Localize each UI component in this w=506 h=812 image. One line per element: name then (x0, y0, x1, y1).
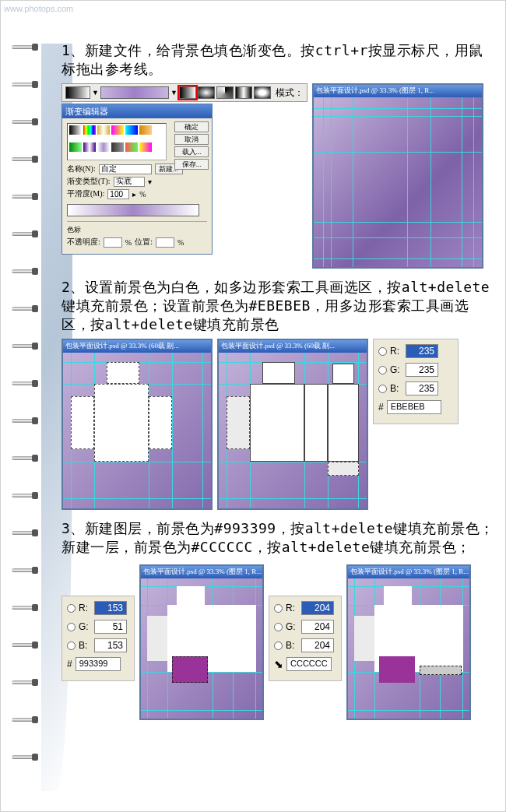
radio-icon[interactable] (67, 604, 76, 613)
psd-title: 包装平面设计.psd @ 33.3% (图层 1, R... (348, 566, 469, 578)
psd-title: 包装平面设计.psd @ 33.3% (图层 1, R... (314, 85, 482, 97)
b-label: B: (79, 640, 91, 651)
step3-row: R:153 G:51 B:153 #993399 包装平面设计.psd @ 33… (61, 564, 494, 720)
gradient-presets[interactable] (67, 123, 167, 160)
psd-canvas (141, 578, 262, 719)
radio-icon[interactable] (67, 623, 76, 631)
dropdown-icon[interactable]: ▾ (148, 178, 152, 186)
g-label: G: (286, 621, 298, 632)
b-value[interactable]: 153 (94, 638, 127, 652)
r-label: R: (286, 603, 298, 613)
step2-text: 2、设置前景色为白色，如多边形套索工具画选区，按alt+delete键填充前景色… (61, 278, 494, 334)
step3-text: 3、新建图层，前景色为#993399，按alt+delete键填充前景色；新建一… (61, 519, 494, 557)
color-panel-993399: R:153 G:51 B:153 #993399 (61, 596, 135, 681)
radio-icon[interactable] (378, 385, 387, 393)
mode-label: 模式： (276, 86, 304, 100)
psd-window: 包装平面设计.psd @ 33.3% (图层 1, R... (346, 564, 471, 720)
ok-button[interactable]: 确定 (174, 121, 209, 132)
psd-canvas (63, 353, 211, 508)
hex-value[interactable]: 993399 (76, 657, 121, 671)
r-label: R: (390, 346, 402, 357)
step2-row: 包装平面设计.psd @ 33.3% (60载 副... 包装平面设计.psd … (61, 339, 494, 510)
r-value[interactable]: 235 (406, 344, 438, 358)
gradient-toolbar[interactable]: ▼ ▼ 模式： (61, 83, 307, 102)
step1-text: 1、新建文件，给背景色填色渐变色。按ctrl+r按显示标尺，用鼠标拖出参考线。 (61, 41, 494, 79)
hex-value[interactable]: EBEBEB (387, 400, 441, 414)
psd-window: 包装平面设计.psd @ 33.3% (图层 1, R... (139, 564, 264, 720)
r-label: R: (79, 603, 91, 613)
psd-title: 包装平面设计.psd @ 33.3% (60载 副... (219, 340, 367, 353)
dialog-title: 渐变编辑器 (62, 104, 212, 118)
percent-label: % (139, 190, 146, 199)
hash-label: # (67, 659, 72, 670)
radio-icon[interactable] (378, 347, 387, 356)
gradient-editor-dialog: 渐变编辑器 确定 取消 载入... 保存... (61, 104, 213, 255)
step1-row: ▼ ▼ 模式： 渐变编辑器 确定 取消 载入... 保存... (61, 83, 494, 269)
color-panel-cccccc: R:204 G:204 B:204 ⬊CCCCCC (269, 596, 342, 681)
opacity-input[interactable] (104, 237, 122, 248)
hash-label: # (378, 402, 384, 413)
gradient-linear-button[interactable] (179, 86, 196, 99)
watermark: www.photops.com (4, 4, 73, 13)
save-button[interactable]: 保存... (174, 159, 209, 170)
name-label: 名称(N): (67, 163, 96, 174)
gradient-slider[interactable] (67, 204, 199, 216)
psd-canvas (314, 97, 482, 267)
radio-icon[interactable] (274, 604, 283, 613)
psd-window: 包装平面设计.psd @ 33.3% (60载 副... (61, 339, 213, 510)
pos-input[interactable] (156, 237, 174, 248)
hex-value[interactable]: CCCCCC (286, 657, 332, 671)
psd-title: 包装平面设计.psd @ 33.3% (60载 副... (63, 340, 211, 353)
g-value[interactable]: 235 (406, 363, 438, 377)
dropdown-icon[interactable]: ▼ (92, 89, 99, 97)
b-value[interactable]: 204 (301, 638, 334, 652)
percent-label: ▸ (132, 190, 136, 199)
color-panel-ebebeb: R:235 G:235 B:235 #EBEBEB (373, 339, 459, 424)
r-value[interactable]: 204 (301, 601, 334, 615)
cancel-button[interactable]: 取消 (174, 134, 209, 145)
stops-label: 色标 (67, 225, 207, 235)
eyedropper-icon[interactable]: ⬊ (274, 658, 283, 670)
psd-canvas (219, 353, 367, 508)
radio-icon[interactable] (378, 366, 387, 374)
psd-window: 包装平面设计.psd @ 33.3% (60载 副... (217, 339, 368, 510)
r-value[interactable]: 153 (94, 601, 127, 615)
page-content: 1、新建文件，给背景色填色渐变色。按ctrl+r按显示标尺，用鼠标拖出参考线。 … (61, 41, 494, 725)
radio-icon[interactable] (67, 642, 76, 650)
b-label: B: (390, 383, 402, 394)
g-value[interactable]: 51 (94, 620, 127, 634)
gradient-diamond-button[interactable] (254, 86, 271, 99)
radio-icon[interactable] (274, 642, 283, 650)
psd-title: 包装平面设计.psd @ 33.3% (图层 1, R... (141, 566, 262, 578)
radio-icon[interactable] (274, 623, 283, 631)
pos-label: 位置: (135, 237, 153, 248)
b-label: B: (286, 640, 298, 651)
spiral-binding (12, 44, 51, 791)
gradient-reflected-button[interactable] (235, 86, 252, 99)
smooth-input[interactable] (107, 189, 129, 199)
b-value[interactable]: 235 (406, 381, 438, 395)
load-button[interactable]: 载入... (174, 146, 209, 157)
g-value[interactable]: 204 (301, 620, 334, 634)
g-label: G: (390, 364, 402, 375)
opacity-label: 不透明度: (67, 237, 100, 248)
type-label: 渐变类型(T): (67, 176, 111, 187)
name-input[interactable] (99, 164, 152, 174)
psd-window: 包装平面设计.psd @ 33.3% (图层 1, R... (312, 83, 483, 269)
g-label: G: (79, 621, 91, 632)
dropdown-icon[interactable]: ▼ (170, 89, 177, 97)
gradient-radial-button[interactable] (198, 86, 215, 99)
psd-canvas (348, 578, 469, 719)
gradient-swatch-small[interactable] (65, 86, 90, 99)
smooth-label: 平滑度(M): (67, 188, 104, 199)
type-select[interactable] (114, 177, 145, 187)
gradient-preview[interactable] (100, 86, 169, 99)
gradient-angle-button[interactable] (216, 86, 234, 99)
